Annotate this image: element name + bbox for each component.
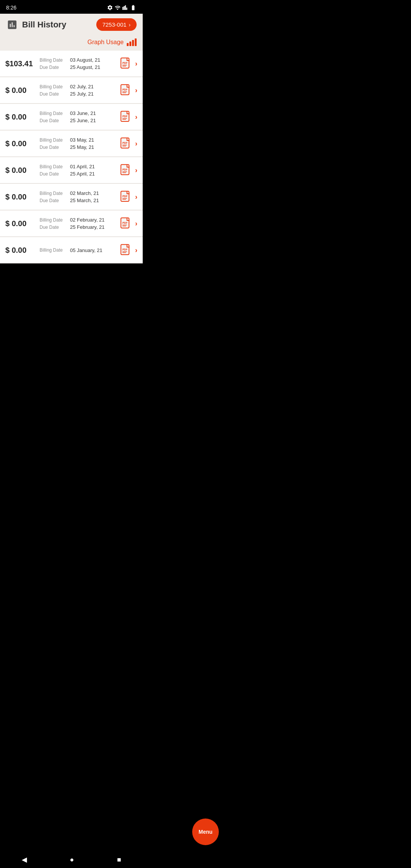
bill-actions: PDF › xyxy=(119,217,137,230)
due-date-value: 25 July, 21 xyxy=(70,91,94,97)
row-chevron: › xyxy=(135,246,137,254)
billing-date-label: Billing Date xyxy=(40,247,67,253)
bill-dates: Billing Date 02 February, 21 Due Date 25… xyxy=(40,217,119,230)
bill-row[interactable]: $ 0.00 Billing Date 01 April, 21 Due Dat… xyxy=(0,157,143,183)
battery-icon xyxy=(130,5,137,11)
bill-amount: $ 0.00 xyxy=(5,113,40,121)
row-chevron: › xyxy=(135,60,137,68)
svg-text:PDF: PDF xyxy=(123,248,127,251)
bill-list-container: $103.41 Billing Date 03 August, 21 Due D… xyxy=(0,51,143,263)
svg-text:PDF: PDF xyxy=(123,195,127,198)
svg-text:PDF: PDF xyxy=(123,62,127,64)
account-badge[interactable]: 7253-001 › xyxy=(96,18,137,31)
bill-row[interactable]: $ 0.00 Billing Date 05 January, 21 PDF xyxy=(0,237,143,263)
bill-amount: $ 0.00 xyxy=(5,139,40,148)
bill-dates: Billing Date 01 April, 21 Due Date 25 Ap… xyxy=(40,164,119,177)
billing-date-row: Billing Date 03 June, 21 xyxy=(40,110,119,116)
due-date-label: Due Date xyxy=(40,171,67,177)
row-chevron: › xyxy=(135,113,137,121)
pdf-icon[interactable]: PDF xyxy=(119,83,133,97)
billing-date-row: Billing Date 05 January, 21 xyxy=(40,247,119,253)
bill-row[interactable]: $ 0.00 Billing Date 02 July, 21 Due Date… xyxy=(0,77,143,104)
bill-row[interactable]: $ 0.00 Billing Date 02 February, 21 Due … xyxy=(0,211,143,237)
bill-row[interactable]: $ 0.00 Billing Date 03 May, 21 Due Date … xyxy=(0,131,143,157)
row-chevron: › xyxy=(135,140,137,148)
bill-dates: Billing Date 02 March, 21 Due Date 25 Ma… xyxy=(40,190,119,203)
due-date-row: Due Date 25 April, 21 xyxy=(40,171,119,177)
billing-date-row: Billing Date 02 March, 21 xyxy=(40,190,119,196)
svg-text:PDF: PDF xyxy=(123,168,127,171)
pdf-icon[interactable]: PDF xyxy=(119,190,133,204)
billing-date-value: 02 July, 21 xyxy=(70,84,94,89)
header: Bill History 7253-001 › xyxy=(0,14,143,35)
billing-date-row: Billing Date 03 May, 21 xyxy=(40,137,119,143)
due-date-value: 25 February, 21 xyxy=(70,224,105,230)
bill-list: $103.41 Billing Date 03 August, 21 Due D… xyxy=(0,51,143,263)
billing-date-label: Billing Date xyxy=(40,191,67,196)
row-chevron: › xyxy=(135,166,137,174)
status-icons xyxy=(107,5,137,11)
due-date-row: Due Date 25 July, 21 xyxy=(40,91,119,97)
due-date-row: Due Date 25 March, 21 xyxy=(40,198,119,203)
bill-dates: Billing Date 02 July, 21 Due Date 25 Jul… xyxy=(40,84,119,97)
due-date-label: Due Date xyxy=(40,225,67,230)
svg-text:PDF: PDF xyxy=(123,142,127,144)
header-left: Bill History xyxy=(6,19,66,31)
graph-usage-link[interactable]: Graph Usage xyxy=(88,39,124,46)
billing-date-value: 01 April, 21 xyxy=(70,164,95,169)
bill-actions: PDF › xyxy=(119,190,137,204)
status-bar: 8:26 xyxy=(0,0,143,14)
signal-icon xyxy=(122,5,128,11)
wifi-icon xyxy=(115,5,121,11)
due-date-label: Due Date xyxy=(40,145,67,150)
bill-amount: $ 0.00 xyxy=(5,166,40,175)
due-date-value: 25 March, 21 xyxy=(70,198,99,203)
settings-icon xyxy=(107,5,113,11)
pdf-icon[interactable]: PDF xyxy=(119,137,133,150)
pdf-icon[interactable]: PDF xyxy=(119,57,133,70)
billing-date-label: Billing Date xyxy=(40,137,67,143)
billing-date-value: 03 May, 21 xyxy=(70,137,94,143)
billing-date-value: 03 August, 21 xyxy=(70,57,100,63)
status-time: 8:26 xyxy=(6,5,16,11)
due-date-value: 25 April, 21 xyxy=(70,171,95,177)
pdf-icon[interactable]: PDF xyxy=(119,243,133,257)
bill-row[interactable]: $103.41 Billing Date 03 August, 21 Due D… xyxy=(0,51,143,77)
bill-actions: PDF › xyxy=(119,57,137,70)
bill-row[interactable]: $ 0.00 Billing Date 03 June, 21 Due Date… xyxy=(0,104,143,130)
bill-amount: $ 0.00 xyxy=(5,193,40,201)
row-chevron: › xyxy=(135,86,137,94)
bar4 xyxy=(135,38,137,46)
bill-amount: $ 0.00 xyxy=(5,86,40,95)
svg-text:PDF: PDF xyxy=(123,222,127,224)
due-date-row: Due Date 25 May, 21 xyxy=(40,144,119,150)
bar1 xyxy=(127,43,129,46)
bill-row[interactable]: $ 0.00 Billing Date 02 March, 21 Due Dat… xyxy=(0,184,143,210)
due-date-row: Due Date 25 June, 21 xyxy=(40,118,119,123)
due-date-label: Due Date xyxy=(40,198,67,203)
pdf-icon[interactable]: PDF xyxy=(119,163,133,177)
bill-dates: Billing Date 05 January, 21 xyxy=(40,247,119,253)
billing-date-value: 02 February, 21 xyxy=(70,217,105,223)
bill-amount: $103.41 xyxy=(5,59,40,68)
billing-date-row: Billing Date 01 April, 21 xyxy=(40,164,119,169)
billing-date-row: Billing Date 02 February, 21 xyxy=(40,217,119,223)
billing-date-row: Billing Date 03 August, 21 xyxy=(40,57,119,63)
billing-date-value: 05 January, 21 xyxy=(70,247,102,253)
bill-dates: Billing Date 03 May, 21 Due Date 25 May,… xyxy=(40,137,119,150)
due-date-row: Due Date 25 August, 21 xyxy=(40,64,119,70)
bill-dates: Billing Date 03 June, 21 Due Date 25 Jun… xyxy=(40,110,119,123)
bill-amount: $ 0.00 xyxy=(5,246,40,255)
bar3 xyxy=(132,40,134,46)
due-date-value: 25 August, 21 xyxy=(70,64,100,70)
bill-actions: PDF › xyxy=(119,243,137,257)
bill-dates: Billing Date 03 August, 21 Due Date 25 A… xyxy=(40,57,119,70)
pdf-icon[interactable]: PDF xyxy=(119,217,133,230)
bill-amount: $ 0.00 xyxy=(5,219,40,228)
billing-date-row: Billing Date 02 July, 21 xyxy=(40,84,119,89)
graph-usage-icon xyxy=(127,38,137,46)
pdf-icon[interactable]: PDF xyxy=(119,110,133,124)
row-chevron: › xyxy=(135,220,137,228)
billing-date-label: Billing Date xyxy=(40,164,67,169)
svg-text:PDF: PDF xyxy=(123,115,127,118)
